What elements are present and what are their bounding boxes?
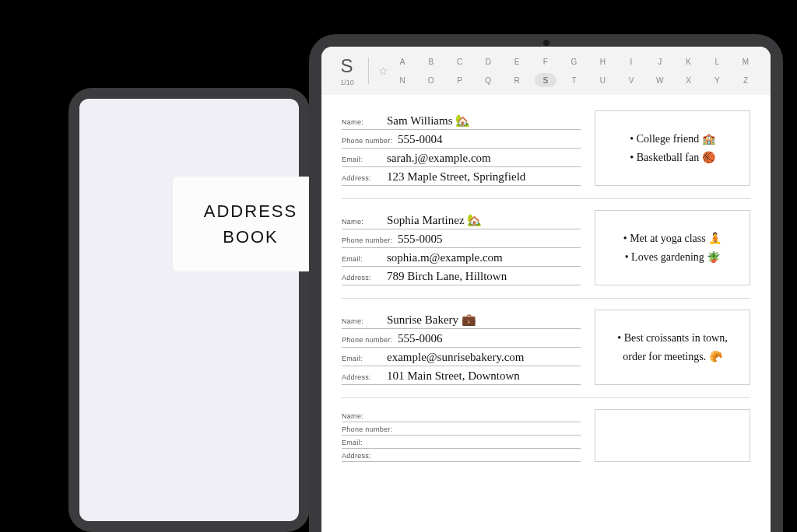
- field-row-email: Email:sarah.j@example.com: [342, 149, 581, 167]
- field-row-address: Address:: [342, 449, 581, 462]
- contact-card: Name:Sam Williams 🏡Phone number:555-0004…: [342, 110, 750, 199]
- page-indicator: 1/10: [340, 79, 354, 86]
- field-row-name: Name:: [342, 409, 581, 422]
- contact-fields: Name:Sunrise Bakery 💼Phone number:555-00…: [342, 310, 581, 385]
- alpha-tab-w[interactable]: W: [649, 73, 671, 87]
- alpha-tab-e[interactable]: E: [506, 54, 528, 68]
- field-value-email[interactable]: example@sunrisebakery.com: [387, 351, 525, 364]
- note-line: • College friend 🏫: [630, 130, 714, 149]
- alpha-grid: ABCDEFGHIJKLM NOPQRSTUVWXYZ: [391, 54, 757, 87]
- field-row-address: Address:101 Main Street, Downtown: [342, 366, 581, 385]
- alpha-tab-j[interactable]: J: [649, 54, 671, 68]
- alpha-tab-o[interactable]: O: [420, 73, 442, 87]
- field-label-phone: Phone number:: [342, 236, 398, 244]
- alpha-tab-u[interactable]: U: [592, 73, 613, 87]
- contact-card: Name:Sunrise Bakery 💼Phone number:555-00…: [342, 310, 750, 398]
- alpha-tab-t[interactable]: T: [564, 73, 585, 87]
- alpha-index-bar: S 1/10 ☆ ABCDEFGHIJKLM NOPQRSTUVWXYZ: [321, 47, 771, 95]
- field-row-email: Email:sophia.m@example.com: [342, 248, 581, 267]
- field-value-email[interactable]: sarah.j@example.com: [387, 152, 491, 165]
- field-row-name: Name:Sophia Martinez 🏡: [342, 210, 581, 229]
- alpha-tab-v[interactable]: V: [620, 73, 642, 87]
- alpha-tab-y[interactable]: Y: [706, 73, 728, 87]
- alpha-tab-c[interactable]: C: [449, 54, 471, 68]
- field-label-name: Name:: [342, 317, 387, 325]
- contact-fields: Name:Sophia Martinez 🏡Phone number:555-0…: [342, 210, 581, 285]
- field-label-email: Email:: [342, 439, 387, 446]
- field-label-email: Email:: [342, 255, 387, 263]
- alpha-tab-a[interactable]: A: [391, 54, 413, 68]
- current-letter-group: S 1/10: [335, 55, 359, 86]
- field-row-address: Address:123 Maple Street, Springfield: [342, 167, 581, 186]
- field-value-email[interactable]: sophia.m@example.com: [387, 251, 503, 264]
- field-value-name[interactable]: Sam Williams 🏡: [387, 114, 470, 128]
- field-label-phone: Phone number:: [342, 137, 398, 145]
- note-line: • Loves gardening 🪴: [625, 248, 721, 267]
- contact-notes[interactable]: [595, 409, 750, 462]
- field-label-email: Email:: [342, 355, 387, 362]
- field-label-address: Address:: [342, 174, 387, 182]
- alpha-tab-f[interactable]: F: [535, 54, 556, 68]
- field-value-phone[interactable]: 555-0004: [398, 133, 443, 146]
- field-row-phone: Phone number:555-0004: [342, 130, 581, 149]
- field-value-name[interactable]: Sophia Martinez 🏡: [387, 213, 482, 227]
- alpha-tab-p[interactable]: P: [449, 73, 471, 87]
- alpha-tab-n[interactable]: N: [391, 73, 413, 87]
- tablet-front-screen: S 1/10 ☆ ABCDEFGHIJKLM NOPQRSTUVWXYZ Nam…: [321, 47, 771, 532]
- field-row-phone: Phone number:: [342, 422, 581, 436]
- contact-card: Name:Phone number:Email:Address:: [342, 409, 750, 474]
- cover-line1: ADDRESS: [181, 198, 321, 224]
- field-label-name: Name:: [342, 218, 387, 226]
- alpha-tab-b[interactable]: B: [420, 54, 442, 68]
- field-row-phone: Phone number:555-0006: [342, 329, 581, 348]
- field-row-phone: Phone number:555-0005: [342, 229, 581, 248]
- field-label-name: Name:: [342, 412, 387, 420]
- field-label-phone: Phone number:: [342, 336, 398, 344]
- field-label-name: Name:: [342, 118, 387, 126]
- current-letter: S: [340, 55, 353, 77]
- alpha-row-2: NOPQRSTUVWXYZ: [391, 73, 757, 87]
- alpha-tab-d[interactable]: D: [477, 54, 499, 68]
- alpha-tab-g[interactable]: G: [564, 54, 585, 68]
- field-value-name[interactable]: Sunrise Bakery 💼: [387, 313, 476, 327]
- alpha-tab-q[interactable]: Q: [477, 73, 499, 87]
- alpha-tab-m[interactable]: M: [735, 54, 757, 68]
- note-line: • Basketball fan 🏀: [630, 149, 714, 167]
- contact-fields: Name:Sam Williams 🏡Phone number:555-0004…: [342, 110, 581, 186]
- alpha-tab-k[interactable]: K: [678, 54, 700, 68]
- field-value-address[interactable]: 789 Birch Lane, Hilltown: [387, 270, 507, 283]
- field-value-phone[interactable]: 555-0005: [398, 233, 443, 246]
- alpha-tab-h[interactable]: H: [592, 54, 613, 68]
- favorites-star-icon[interactable]: ☆: [378, 65, 388, 77]
- cover-line2: BOOK: [181, 224, 321, 250]
- tablet-back-device: ADDRESS BOOK: [68, 88, 310, 532]
- alpha-tab-r[interactable]: R: [506, 73, 528, 87]
- note-line: • Best croissants in town, order for mee…: [605, 329, 740, 366]
- tablet-front-device: S 1/10 ☆ ABCDEFGHIJKLM NOPQRSTUVWXYZ Nam…: [309, 34, 783, 532]
- note-line: • Met at yoga class 🧘: [623, 229, 722, 248]
- contact-fields: Name:Phone number:Email:Address:: [342, 409, 581, 462]
- field-value-address[interactable]: 123 Maple Street, Springfield: [387, 170, 525, 184]
- tablet-back-screen: ADDRESS BOOK: [79, 99, 299, 521]
- contact-notes[interactable]: • College friend 🏫• Basketball fan 🏀: [595, 110, 750, 186]
- field-value-address[interactable]: 101 Main Street, Downtown: [387, 369, 520, 383]
- alpha-tab-s[interactable]: S: [535, 73, 556, 87]
- camera-dot: [543, 40, 549, 46]
- field-label-address: Address:: [342, 274, 387, 282]
- alpha-tab-l[interactable]: L: [706, 54, 728, 68]
- field-row-email: Email:example@sunrisebakery.com: [342, 348, 581, 366]
- field-row-name: Name:Sunrise Bakery 💼: [342, 310, 581, 329]
- contact-card: Name:Sophia Martinez 🏡Phone number:555-0…: [342, 210, 750, 299]
- contact-notes[interactable]: • Best croissants in town, order for mee…: [595, 310, 750, 385]
- field-label-address: Address:: [342, 452, 387, 460]
- field-value-phone[interactable]: 555-0006: [398, 332, 443, 345]
- alpha-tab-i[interactable]: I: [620, 54, 642, 68]
- alpha-divider: [368, 58, 369, 84]
- contact-notes[interactable]: • Met at yoga class 🧘• Loves gardening 🪴: [595, 210, 750, 285]
- field-row-email: Email:: [342, 436, 581, 449]
- alpha-tab-x[interactable]: X: [678, 73, 700, 87]
- address-book-cover: ADDRESS BOOK: [173, 177, 328, 271]
- alpha-tab-z[interactable]: Z: [735, 73, 757, 87]
- field-label-phone: Phone number:: [342, 425, 398, 433]
- field-row-address: Address:789 Birch Lane, Hilltown: [342, 267, 581, 285]
